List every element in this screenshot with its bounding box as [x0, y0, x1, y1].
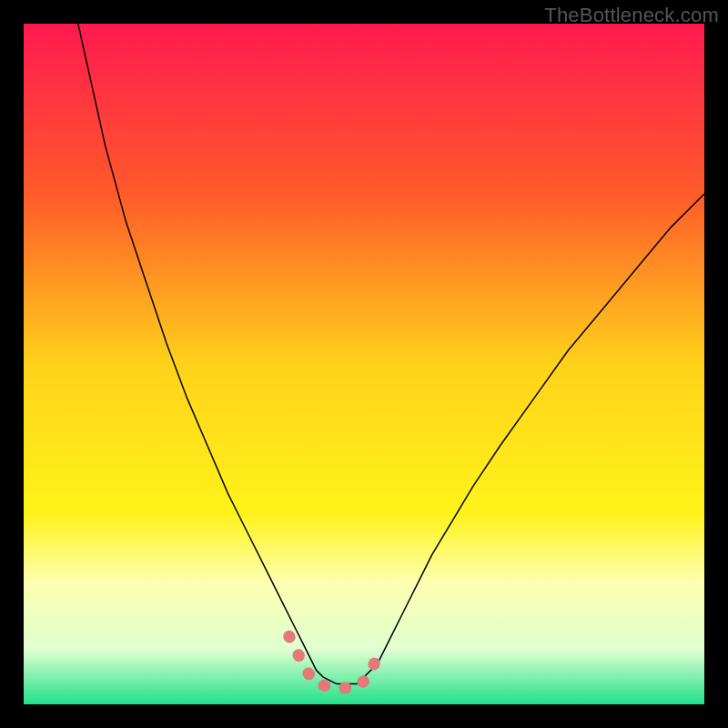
bottleneck-chart [24, 24, 704, 704]
watermark-text: TheBottleneck.com [544, 4, 719, 27]
plot-area [24, 24, 704, 704]
gradient-background [24, 24, 704, 704]
chart-frame: TheBottleneck.com [0, 0, 728, 728]
